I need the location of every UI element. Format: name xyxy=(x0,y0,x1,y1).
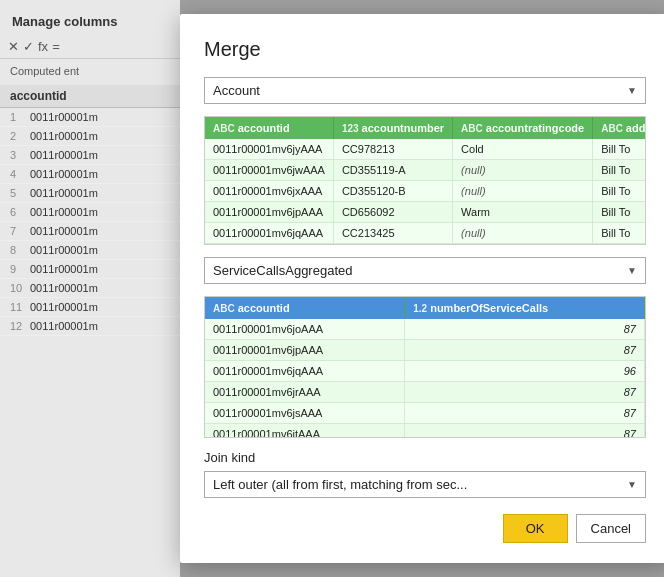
list-item: 70011r00001m xyxy=(0,222,180,241)
table-cell: 96 xyxy=(405,361,645,382)
table-row[interactable]: 0011r00001mv6jwAAA CD355119-A (null) Bil… xyxy=(205,160,645,181)
list-item: 80011r00001m xyxy=(0,241,180,260)
join-kind-dropdown[interactable]: Left outer (all from first, matching fro… xyxy=(204,471,646,498)
list-item: 120011r00001m xyxy=(0,317,180,336)
table-row[interactable]: 0011r00001mv6jrAAA 87 xyxy=(205,382,645,403)
join-kind-label: Join kind xyxy=(204,450,646,465)
table-cell: (null) xyxy=(453,160,593,181)
table2-dropdown-text: ServiceCallsAggregated xyxy=(213,263,352,278)
list-item: 110011r00001m xyxy=(0,298,180,317)
sidebar-rows: 10011r00001m20011r00001m30011r00001m4001… xyxy=(0,108,180,336)
table-cell: Cold xyxy=(453,139,593,160)
table-cell: CC978213 xyxy=(333,139,452,160)
modal-title: Merge xyxy=(204,38,646,61)
table-cell: CD355119-A xyxy=(333,160,452,181)
table-row[interactable]: 0011r00001mv6jtAAA 87 xyxy=(205,424,645,438)
table-row[interactable]: 0011r00001mv6jsAAA 87 xyxy=(205,403,645,424)
table2: ABCaccountid1.2numberOfServiceCalls 0011… xyxy=(205,297,645,437)
table-cell: 0011r00001mv6jwAAA xyxy=(205,160,333,181)
table1-body: 0011r00001mv6jyAAA CC978213 Cold Bill To… xyxy=(205,139,645,244)
table-cell: 0011r00001mv6joAAA xyxy=(205,319,405,340)
table-cell: Bill To xyxy=(593,160,645,181)
table-cell: 0011r00001mv6jxAAA xyxy=(205,181,333,202)
sidebar-panel: Manage columns ✕ ✓ fx = Computed ent acc… xyxy=(0,0,180,577)
table-cell: (null) xyxy=(453,181,593,202)
table-row[interactable]: 0011r00001mv6jpAAA CD656092 Warm Bill To xyxy=(205,202,645,223)
table2-scroll[interactable]: ABCaccountid1.2numberOfServiceCalls 0011… xyxy=(205,297,645,437)
list-item: 10011r00001m xyxy=(0,108,180,127)
table-row[interactable]: 0011r00001mv6jqAAA 96 xyxy=(205,361,645,382)
list-item: 100011r00001m xyxy=(0,279,180,298)
table-cell: 87 xyxy=(405,340,645,361)
table-cell: 0011r00001mv6jrAAA xyxy=(205,382,405,403)
join-kind-arrow: ▼ xyxy=(627,479,637,490)
table-cell: Bill To xyxy=(593,139,645,160)
table1-container: ABCaccountid123accountnumberABCaccountra… xyxy=(204,116,646,245)
table-column-header[interactable]: ABCaccountid xyxy=(205,117,333,139)
table-cell: 0011r00001mv6jqAAA xyxy=(205,223,333,244)
modal-footer: OK Cancel xyxy=(204,514,646,543)
join-kind-section: Join kind Left outer (all from first, ma… xyxy=(204,450,646,498)
table2-container: ABCaccountid1.2numberOfServiceCalls 0011… xyxy=(204,296,646,438)
table-cell: CD656092 xyxy=(333,202,452,223)
table-cell: 87 xyxy=(405,424,645,438)
table-column-header[interactable]: ABCaddress1_addr xyxy=(593,117,645,139)
table-row[interactable]: 0011r00001mv6jxAAA CD355120-B (null) Bil… xyxy=(205,181,645,202)
table-cell: 0011r00001mv6jsAAA xyxy=(205,403,405,424)
ok-button[interactable]: OK xyxy=(503,514,568,543)
table-cell: 0011r00001mv6jtAAA xyxy=(205,424,405,438)
formula-icon[interactable]: fx xyxy=(38,39,48,54)
table-row[interactable]: 0011r00001mv6jpAAA 87 xyxy=(205,340,645,361)
close-icon[interactable]: ✕ xyxy=(8,39,19,54)
table-cell: (null) xyxy=(453,223,593,244)
join-kind-value: Left outer (all from first, matching fro… xyxy=(213,477,467,492)
list-item: 40011r00001m xyxy=(0,165,180,184)
table1-dropdown[interactable]: Account ▼ xyxy=(204,77,646,104)
modal-overlay: Merge Account ▼ ABCaccountid123accountnu… xyxy=(180,0,664,577)
table1-header: ABCaccountid123accountnumberABCaccountra… xyxy=(205,117,645,139)
table1-dropdown-arrow: ▼ xyxy=(627,85,637,96)
table1: ABCaccountid123accountnumberABCaccountra… xyxy=(205,117,645,244)
table-cell: Bill To xyxy=(593,223,645,244)
table2-dropdown-arrow: ▼ xyxy=(627,265,637,276)
table1-dropdown-text: Account xyxy=(213,83,260,98)
table-column-header[interactable]: 123accountnumber xyxy=(333,117,452,139)
list-item: 90011r00001m xyxy=(0,260,180,279)
table-cell: 87 xyxy=(405,382,645,403)
list-item: 60011r00001m xyxy=(0,203,180,222)
cancel-button[interactable]: Cancel xyxy=(576,514,646,543)
table-cell: 87 xyxy=(405,319,645,340)
table-row[interactable]: 0011r00001mv6joAAA 87 xyxy=(205,319,645,340)
table-cell: CD355120-B xyxy=(333,181,452,202)
equals-icon: = xyxy=(52,39,60,54)
table-cell: Bill To xyxy=(593,202,645,223)
table-column-header[interactable]: ABCaccountid xyxy=(205,297,405,319)
table2-body: 0011r00001mv6joAAA 87 0011r00001mv6jpAAA… xyxy=(205,319,645,437)
table-cell: 87 xyxy=(405,403,645,424)
table1-scroll[interactable]: ABCaccountid123accountnumberABCaccountra… xyxy=(205,117,645,244)
list-item: 20011r00001m xyxy=(0,127,180,146)
table-column-header[interactable]: ABCaccountratingcode xyxy=(453,117,593,139)
table-column-header[interactable]: 1.2numberOfServiceCalls xyxy=(405,297,645,319)
table-cell: CC213425 xyxy=(333,223,452,244)
sidebar-toolbar: ✕ ✓ fx = xyxy=(0,35,180,59)
table-cell: 0011r00001mv6jqAAA xyxy=(205,361,405,382)
merge-dialog: Merge Account ▼ ABCaccountid123accountnu… xyxy=(180,14,664,563)
sidebar-col-header: accountid xyxy=(0,85,180,108)
table2-dropdown[interactable]: ServiceCallsAggregated ▼ xyxy=(204,257,646,284)
table-cell: 0011r00001mv6jpAAA xyxy=(205,202,333,223)
list-item: 30011r00001m xyxy=(0,146,180,165)
table-cell: 0011r00001mv6jyAAA xyxy=(205,139,333,160)
sidebar-title: Manage columns xyxy=(0,8,180,35)
table2-header: ABCaccountid1.2numberOfServiceCalls xyxy=(205,297,645,319)
list-item: 50011r00001m xyxy=(0,184,180,203)
table-row[interactable]: 0011r00001mv6jqAAA CC213425 (null) Bill … xyxy=(205,223,645,244)
computed-label: Computed ent xyxy=(0,59,180,83)
table-cell: Bill To xyxy=(593,181,645,202)
table-cell: Warm xyxy=(453,202,593,223)
table-cell: 0011r00001mv6jpAAA xyxy=(205,340,405,361)
table-row[interactable]: 0011r00001mv6jyAAA CC978213 Cold Bill To xyxy=(205,139,645,160)
check-icon[interactable]: ✓ xyxy=(23,39,34,54)
